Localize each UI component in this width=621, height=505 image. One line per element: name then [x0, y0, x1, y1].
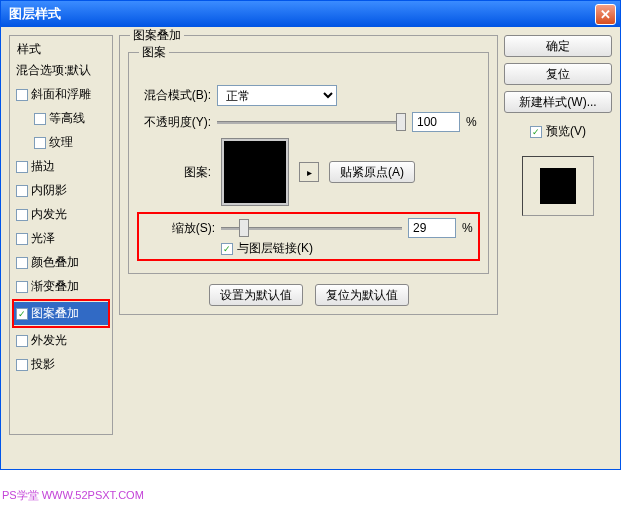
scale-input[interactable] — [408, 218, 456, 238]
preview-swatch — [540, 168, 576, 204]
snap-origin-button[interactable]: 贴紧原点(A) — [329, 161, 415, 183]
new-style-button[interactable]: 新建样式(W)... — [504, 91, 612, 113]
style-checkbox-9[interactable]: ✓ — [16, 308, 28, 320]
scale-label: 缩放(S): — [141, 220, 215, 237]
style-checkbox-8[interactable] — [16, 281, 28, 293]
pattern-swatch[interactable] — [221, 138, 289, 206]
style-label-10: 外发光 — [31, 332, 67, 349]
new-pattern-button[interactable]: ▸ — [299, 162, 319, 182]
reset-default-button[interactable]: 复位为默认值 — [315, 284, 409, 306]
link-label: 与图层链接(K) — [237, 240, 313, 257]
styles-group-label: 样式 — [14, 41, 44, 58]
style-item-8[interactable]: 渐变叠加 — [14, 275, 108, 298]
blend-options-item[interactable]: 混合选项:默认 — [14, 59, 108, 82]
link-checkbox[interactable]: ✓ — [221, 243, 233, 255]
scale-unit: % — [462, 221, 476, 235]
opacity-label: 不透明度(Y): — [137, 114, 211, 131]
style-checkbox-4[interactable] — [16, 185, 28, 197]
style-item-3[interactable]: 描边 — [14, 155, 108, 178]
preview-checkbox[interactable]: ✓ — [530, 126, 542, 138]
scale-slider[interactable] — [221, 219, 402, 237]
window-title: 图层样式 — [5, 5, 595, 23]
preview-box — [522, 156, 594, 216]
blend-mode-select[interactable]: 正常 — [217, 85, 337, 106]
style-checkbox-1[interactable] — [34, 113, 46, 125]
pattern-overlay-group: 图案叠加 图案 混合模式(B): 正常 不透明度(Y): — [119, 35, 498, 315]
style-checkbox-3[interactable] — [16, 161, 28, 173]
titlebar: 图层样式 ✕ — [1, 1, 620, 27]
style-checkbox-11[interactable] — [16, 359, 28, 371]
ok-button[interactable]: 确定 — [504, 35, 612, 57]
pattern-overlay-label: 图案叠加 — [130, 27, 184, 44]
pattern-inner-label: 图案 — [139, 44, 169, 61]
set-default-button[interactable]: 设置为默认值 — [209, 284, 303, 306]
opacity-input[interactable] — [412, 112, 460, 132]
style-label-5: 内发光 — [31, 206, 67, 223]
style-item-10[interactable]: 外发光 — [14, 329, 108, 352]
style-checkbox-7[interactable] — [16, 257, 28, 269]
style-label-7: 颜色叠加 — [31, 254, 79, 271]
blend-mode-label: 混合模式(B): — [137, 87, 211, 104]
scale-highlight: 缩放(S): % ✓ 与图层链接(K) — [137, 212, 480, 261]
opacity-slider[interactable] — [217, 113, 406, 131]
style-label-0: 斜面和浮雕 — [31, 86, 91, 103]
style-label-2: 纹理 — [49, 134, 73, 151]
style-label-9: 图案叠加 — [31, 305, 79, 322]
style-item-1[interactable]: 等高线 — [14, 107, 108, 130]
preview-label: 预览(V) — [546, 123, 586, 140]
style-item-6[interactable]: 光泽 — [14, 227, 108, 250]
style-item-11[interactable]: 投影 — [14, 353, 108, 376]
style-item-9[interactable]: ✓图案叠加 — [14, 302, 108, 325]
style-checkbox-6[interactable] — [16, 233, 28, 245]
style-item-7[interactable]: 颜色叠加 — [14, 251, 108, 274]
style-label-8: 渐变叠加 — [31, 278, 79, 295]
style-checkbox-10[interactable] — [16, 335, 28, 347]
style-checkbox-2[interactable] — [34, 137, 46, 149]
style-item-2[interactable]: 纹理 — [14, 131, 108, 154]
pattern-label: 图案: — [137, 164, 211, 181]
style-checkbox-5[interactable] — [16, 209, 28, 221]
style-label-11: 投影 — [31, 356, 55, 373]
opacity-unit: % — [466, 115, 480, 129]
close-button[interactable]: ✕ — [595, 4, 616, 25]
style-label-6: 光泽 — [31, 230, 55, 247]
styles-group: 样式 混合选项:默认斜面和浮雕等高线纹理描边内阴影内发光光泽颜色叠加渐变叠加✓图… — [9, 35, 113, 435]
cancel-button[interactable]: 复位 — [504, 63, 612, 85]
style-checkbox-0[interactable] — [16, 89, 28, 101]
style-item-0[interactable]: 斜面和浮雕 — [14, 83, 108, 106]
style-item-5[interactable]: 内发光 — [14, 203, 108, 226]
style-label-4: 内阴影 — [31, 182, 67, 199]
style-label-1: 等高线 — [49, 110, 85, 127]
pattern-inner-group: 图案 混合模式(B): 正常 不透明度(Y): — [128, 52, 489, 274]
style-item-4[interactable]: 内阴影 — [14, 179, 108, 202]
style-label-3: 描边 — [31, 158, 55, 175]
